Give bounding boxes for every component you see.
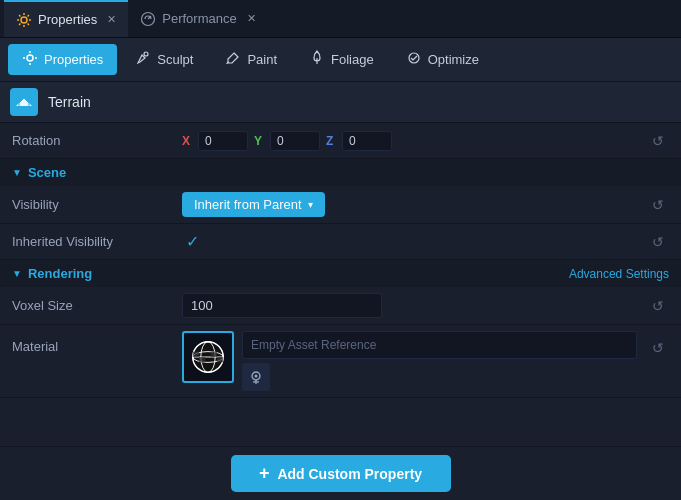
material-reset-button[interactable]: ↺ — [647, 337, 669, 359]
add-custom-property-label: Add Custom Property — [277, 466, 422, 482]
rotation-value: X Y Z — [182, 131, 637, 151]
performance-tab-icon — [140, 11, 156, 27]
svg-point-5 — [409, 53, 419, 63]
rendering-arrow-icon: ▼ — [12, 268, 22, 279]
toolbar-sculpt-label: Sculpt — [157, 52, 193, 67]
add-custom-property-bar: + Add Custom Property — [0, 446, 681, 500]
rotation-label: Rotation — [12, 133, 172, 148]
toolbar-sculpt-icon — [135, 50, 151, 69]
add-custom-property-button[interactable]: + Add Custom Property — [231, 455, 451, 492]
object-name: Terrain — [48, 94, 91, 110]
scene-section-header[interactable]: ▼ Scene — [0, 159, 681, 186]
rendering-section-header[interactable]: ▼ Rendering Advanced Settings — [0, 260, 681, 287]
rotation-z-label: Z — [326, 134, 338, 148]
inherited-visibility-row: Inherited Visibility ✓ ↺ — [0, 224, 681, 260]
svg-point-3 — [27, 55, 33, 61]
toolbar-optimize-icon — [406, 50, 422, 69]
toolbar-properties-label: Properties — [44, 52, 103, 67]
inherited-visibility-value: ✓ — [182, 232, 637, 251]
content-area: Terrain Rotation X Y Z ↺ — [0, 82, 681, 500]
advanced-settings-link[interactable]: Advanced Settings — [569, 267, 669, 281]
scene-arrow-icon: ▼ — [12, 167, 22, 178]
svg-rect-14 — [217, 357, 223, 362]
toolbar: Properties Sculpt Paint Foliage — [0, 38, 681, 82]
svg-point-4 — [144, 52, 148, 56]
properties-tab-label: Properties — [38, 12, 97, 27]
rotation-y-label: Y — [254, 134, 266, 148]
asset-pin-icon — [248, 369, 264, 385]
properties-panel: Rotation X Y Z ↺ ▼ Scene — [0, 123, 681, 500]
toolbar-optimize-label: Optimize — [428, 52, 479, 67]
svg-point-0 — [21, 17, 27, 23]
inherited-visibility-reset-button[interactable]: ↺ — [647, 231, 669, 253]
rotation-row: Rotation X Y Z ↺ — [0, 123, 681, 159]
material-value: Empty Asset Reference — [182, 331, 637, 391]
toolbar-btn-sculpt[interactable]: Sculpt — [121, 44, 207, 75]
voxel-size-value — [182, 293, 637, 318]
rotation-z-input[interactable] — [342, 131, 392, 151]
visibility-label: Visibility — [12, 197, 172, 212]
toolbar-foliage-icon — [309, 50, 325, 69]
dropdown-arrow-icon: ▾ — [308, 199, 313, 210]
rotation-reset-button[interactable]: ↺ — [647, 130, 669, 152]
toolbar-btn-foliage[interactable]: Foliage — [295, 44, 388, 75]
toolbar-paint-icon — [225, 50, 241, 69]
svg-point-16 — [255, 375, 258, 378]
rendering-section-title: Rendering — [28, 266, 92, 281]
material-globe-icon — [190, 339, 226, 375]
rotation-x-label: X — [182, 134, 194, 148]
rotation-x-group: X — [182, 131, 248, 151]
rotation-x-input[interactable] — [198, 131, 248, 151]
material-asset-button[interactable] — [242, 363, 270, 391]
svg-rect-12 — [199, 357, 205, 362]
visibility-row: Visibility Inherit from Parent ▾ ↺ — [0, 186, 681, 224]
properties-tab-close[interactable]: ✕ — [107, 13, 116, 26]
svg-rect-11 — [193, 352, 199, 357]
inherited-visibility-check: ✓ — [186, 232, 199, 251]
visibility-value: Inherit from Parent ▾ — [182, 192, 637, 217]
visibility-reset-button[interactable]: ↺ — [647, 194, 669, 216]
toolbar-btn-optimize[interactable]: Optimize — [392, 44, 493, 75]
material-ref-box: Empty Asset Reference — [242, 331, 637, 359]
voxel-size-label: Voxel Size — [12, 298, 172, 313]
material-label: Material — [12, 331, 172, 354]
svg-rect-13 — [211, 352, 217, 357]
add-custom-property-plus-icon: + — [259, 463, 270, 484]
toolbar-properties-icon — [22, 50, 38, 69]
material-row: Material — [0, 325, 681, 398]
rotation-y-group: Y — [254, 131, 320, 151]
visibility-dropdown[interactable]: Inherit from Parent ▾ — [182, 192, 325, 217]
object-icon — [10, 88, 38, 116]
material-ref-area: Empty Asset Reference — [242, 331, 637, 391]
tab-performance[interactable]: Performance ✕ — [128, 0, 267, 37]
voxel-size-reset-button[interactable]: ↺ — [647, 295, 669, 317]
inherited-visibility-label: Inherited Visibility — [12, 234, 172, 249]
tab-bar: Properties ✕ Performance ✕ — [0, 0, 681, 38]
visibility-dropdown-text: Inherit from Parent — [194, 197, 302, 212]
rotation-y-input[interactable] — [270, 131, 320, 151]
toolbar-paint-label: Paint — [247, 52, 277, 67]
toolbar-foliage-label: Foliage — [331, 52, 374, 67]
scene-section-title: Scene — [28, 165, 66, 180]
voxel-size-input[interactable] — [182, 293, 382, 318]
performance-tab-close[interactable]: ✕ — [247, 12, 256, 25]
material-thumbnail[interactable] — [182, 331, 234, 383]
toolbar-btn-properties[interactable]: Properties — [8, 44, 117, 75]
performance-tab-label: Performance — [162, 11, 236, 26]
properties-tab-icon — [16, 12, 32, 28]
voxel-size-row: Voxel Size ↺ — [0, 287, 681, 325]
tab-properties[interactable]: Properties ✕ — [4, 0, 128, 37]
rotation-z-group: Z — [326, 131, 392, 151]
object-header: Terrain — [0, 82, 681, 123]
material-placeholder: Empty Asset Reference — [251, 338, 376, 352]
toolbar-btn-paint[interactable]: Paint — [211, 44, 291, 75]
